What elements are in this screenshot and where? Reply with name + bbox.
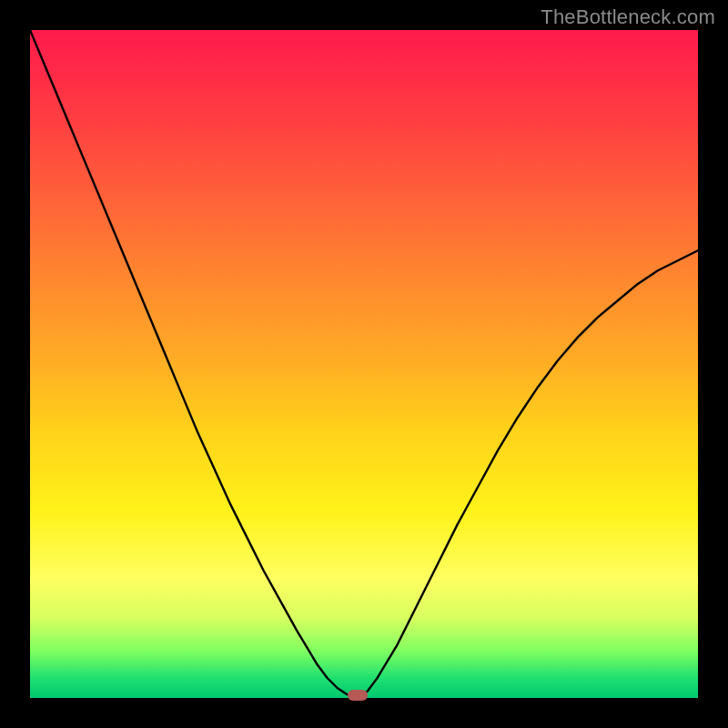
watermark-text: TheBottleneck.com [541,5,715,29]
bottleneck-curve-path [30,30,698,698]
chart-curve-svg [30,30,698,698]
minimum-marker [348,690,368,701]
chart-frame: TheBottleneck.com [0,0,728,728]
chart-plot-area [30,30,698,698]
